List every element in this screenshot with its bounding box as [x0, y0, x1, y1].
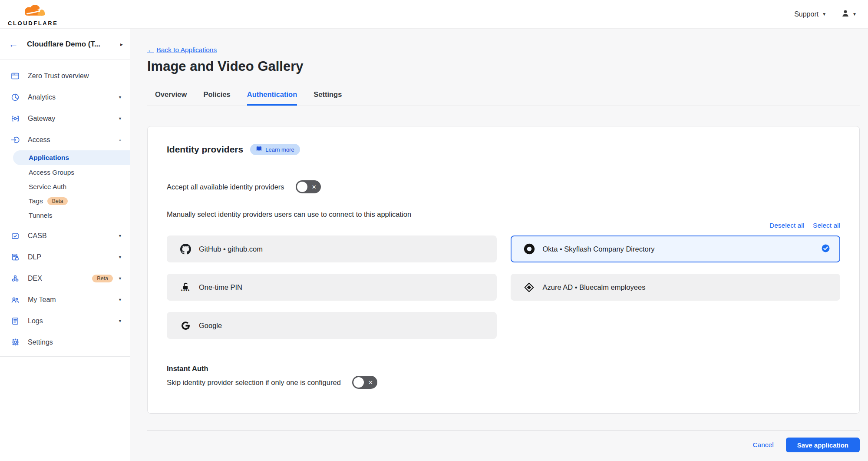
- casb-check-icon: [10, 231, 20, 241]
- back-to-applications-link[interactable]: ← Back to Applications: [147, 46, 217, 54]
- sidebar-item-label: Tags: [29, 197, 43, 205]
- chevron-down-icon: ▼: [118, 276, 122, 281]
- book-icon: [256, 146, 262, 153]
- chevron-down-icon: ▼: [118, 319, 122, 323]
- brand-wordmark: CLOUDFLARE: [8, 20, 58, 26]
- provider-card-github[interactable]: GitHub • github.com: [167, 235, 497, 262]
- provider-name: GitHub • github.com: [199, 245, 486, 253]
- accept-all-label: Accept all available identity providers: [167, 183, 284, 191]
- tab-policies[interactable]: Policies: [203, 90, 230, 106]
- sidebar-item-label: CASB: [28, 232, 118, 240]
- access-login-icon: [10, 135, 20, 145]
- dex-network-icon: [10, 274, 20, 283]
- dlp-doc-lock-icon: [10, 252, 20, 262]
- main-content: ← Back to Applications Image and Video G…: [130, 29, 868, 461]
- instant-auth-label: Skip identity provider selection if only…: [167, 378, 341, 387]
- sidebar-item-analytics[interactable]: Analytics ▼: [0, 86, 130, 108]
- analytics-pie-icon: [10, 93, 20, 102]
- back-arrow-icon[interactable]: ←: [9, 40, 18, 49]
- save-application-button[interactable]: Save application: [786, 438, 860, 452]
- team-people-icon: [10, 295, 20, 305]
- sidebar-item-my-team[interactable]: My Team ▼: [0, 289, 130, 310]
- cancel-button[interactable]: Cancel: [752, 441, 773, 449]
- sidebar-item-access[interactable]: Access ▲: [0, 129, 130, 150]
- sidebar-item-tunnels[interactable]: Tunnels: [0, 208, 130, 222]
- identity-providers-card: Identity providers Learn more Accept all…: [147, 126, 860, 414]
- provider-card-google[interactable]: Google: [167, 312, 497, 339]
- logs-doc-icon: [10, 316, 20, 326]
- toggle-x-icon: ✕: [312, 184, 317, 190]
- chevron-right-icon[interactable]: ▸: [120, 41, 123, 47]
- provider-card-okta[interactable]: Okta • Skyflash Company Directory: [511, 235, 841, 262]
- otp-stars: ****: [181, 290, 190, 292]
- cloudflare-logo[interactable]: CLOUDFLARE: [8, 2, 58, 26]
- sidebar-item-label: Logs: [28, 317, 118, 325]
- beta-badge: Beta: [92, 275, 113, 282]
- sidebar-item-label: Gateway: [28, 115, 118, 123]
- tab-authentication[interactable]: Authentication: [247, 90, 297, 106]
- sidebar-item-label: Access: [28, 136, 118, 144]
- toggle-knob: [353, 377, 364, 388]
- tab-settings[interactable]: Settings: [314, 90, 342, 106]
- sidebar-item-label: Applications: [29, 154, 69, 162]
- chevron-down-icon: ▼: [822, 12, 826, 17]
- sidebar-item-applications[interactable]: Applications: [13, 150, 130, 165]
- sidebar-item-label: Service Auth: [29, 183, 66, 191]
- sidebar: ← Cloudflare Demo (T... ▸ Zero Trust ove…: [0, 29, 130, 461]
- manual-select-label: Manually select identity providers users…: [167, 210, 840, 219]
- account-name[interactable]: Cloudflare Demo (T...: [27, 40, 120, 49]
- toggle-knob: [297, 182, 307, 192]
- toggle-x-icon: ✕: [368, 379, 373, 386]
- provider-name: Azure AD • Bluecalm employees: [543, 283, 830, 292]
- sidebar-item-label: Settings: [28, 338, 122, 346]
- sidebar-item-label: DEX: [28, 275, 88, 282]
- chevron-down-icon: ▼: [852, 12, 857, 17]
- azure-ad-icon: [523, 282, 536, 293]
- otp-lock-icon: ****: [179, 282, 192, 292]
- sidebar-item-dlp[interactable]: DLP ▼: [0, 246, 130, 268]
- google-icon: [179, 320, 192, 331]
- learn-more-badge[interactable]: Learn more: [250, 144, 300, 155]
- chevron-down-icon: ▼: [118, 234, 122, 238]
- provider-grid: GitHub • github.com Okta • Skyflash Comp…: [167, 235, 840, 339]
- cloudflare-cloud-icon: [14, 4, 52, 20]
- instant-auth-toggle[interactable]: ✕: [352, 376, 377, 389]
- sidebar-item-label: Analytics: [28, 93, 118, 101]
- sidebar-item-zero-trust-overview[interactable]: Zero Trust overview: [0, 65, 130, 86]
- sidebar-item-tags[interactable]: Tags Beta: [0, 194, 130, 208]
- chevron-down-icon: ▼: [118, 255, 122, 259]
- tab-overview[interactable]: Overview: [155, 90, 187, 106]
- instant-auth-heading: Instant Auth: [167, 365, 840, 373]
- sidebar-item-casb[interactable]: CASB ▼: [0, 225, 130, 246]
- accept-all-toggle[interactable]: ✕: [296, 180, 321, 193]
- deselect-all-link[interactable]: Deselect all: [769, 222, 804, 229]
- support-label: Support: [794, 10, 818, 18]
- sidebar-item-label: My Team: [28, 296, 118, 304]
- user-avatar-icon: [841, 9, 850, 20]
- sidebar-item-service-auth[interactable]: Service Auth: [0, 179, 130, 194]
- gear-icon: [10, 338, 20, 347]
- sidebar-item-logs[interactable]: Logs ▼: [0, 310, 130, 332]
- gateway-icon: [10, 114, 20, 123]
- sidebar-item-label: Zero Trust overview: [28, 72, 122, 80]
- learn-more-label: Learn more: [265, 146, 294, 153]
- sidebar-divider: [0, 356, 130, 357]
- provider-name: Okta • Skyflash Company Directory: [543, 245, 822, 253]
- support-menu[interactable]: Support ▼: [794, 10, 826, 18]
- user-menu[interactable]: ▼: [841, 9, 857, 20]
- sidebar-item-label: Tunnels: [29, 212, 53, 219]
- back-link-label: Back to Applications: [157, 46, 217, 54]
- chevron-down-icon: ▼: [118, 116, 122, 121]
- select-all-link[interactable]: Select all: [813, 222, 840, 229]
- sidebar-item-settings[interactable]: Settings: [0, 332, 130, 353]
- provider-card-azure-ad[interactable]: Azure AD • Bluecalm employees: [511, 274, 841, 301]
- okta-icon: [523, 243, 536, 255]
- provider-card-one-time-pin[interactable]: **** One-time PIN: [167, 274, 497, 301]
- footer-divider: [147, 430, 860, 431]
- sidebar-item-access-groups[interactable]: Access Groups: [0, 165, 130, 179]
- selected-check-icon: [822, 244, 830, 254]
- sidebar-item-dex[interactable]: DEX Beta ▼: [0, 268, 130, 289]
- overview-window-icon: [10, 71, 20, 81]
- sidebar-item-gateway[interactable]: Gateway ▼: [0, 108, 130, 129]
- beta-badge: Beta: [47, 197, 68, 205]
